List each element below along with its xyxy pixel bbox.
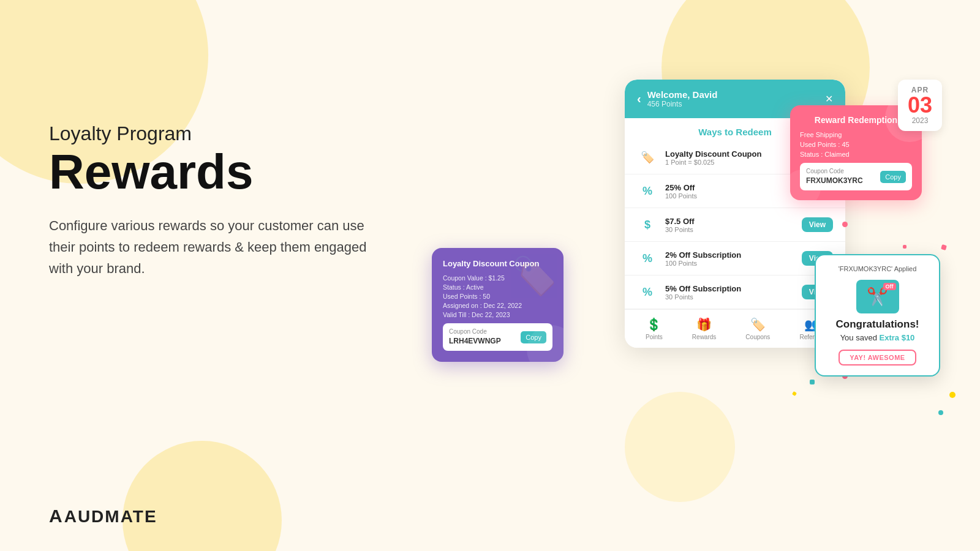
confetti-8 [903, 245, 907, 249]
coupon-inner-label: Coupon Code [449, 328, 501, 335]
description: Configure various rewards so your custom… [49, 215, 392, 280]
reward-sub-2: 100 Points [665, 192, 794, 200]
nav-coupons[interactable]: 🏷️ Coupons [745, 317, 770, 340]
bg-decoration-4 [625, 392, 735, 502]
copy-coupon-button[interactable]: Copy [880, 171, 906, 183]
confetti-4 [810, 380, 815, 384]
widget-nav: 💲 Points 🎁 Rewards 🏷️ Coupons 👥 Referral… [625, 309, 845, 348]
reward-info-2: 25% Off 100 Points [665, 183, 794, 200]
coupon-detail-5: Valid Till : Dec 22, 2023 [443, 311, 552, 318]
reward-icon-2: % [637, 181, 658, 201]
reward-sub-3: 30 Points [665, 226, 794, 233]
reward-sub-5: 30 Points [665, 293, 794, 301]
header-info: Welcome, David 456 Points [647, 89, 718, 108]
welcome-text: Welcome, David [647, 89, 718, 100]
coupon-inner-value: LRH4EVWNGP [449, 337, 501, 345]
left-section: Loyalty Program Rewards Configure variou… [49, 122, 417, 280]
coupon-graphic: ✂️ Off [856, 280, 899, 313]
close-button[interactable]: ✕ [825, 93, 833, 105]
confetti-7 [938, 410, 943, 415]
main-title: Rewards [49, 148, 417, 197]
reward-icon-1: 🏷️ [637, 147, 658, 168]
confetti-2 [941, 244, 947, 250]
reward-item-3: $ $7.5 Off 30 Points View [625, 208, 845, 242]
date-year: 2023 [908, 116, 932, 125]
reward-info-1: Loyalty Discount Coupon 1 Point = $0.025 [665, 149, 794, 166]
reward-name-3: $7.5 Off [665, 217, 794, 226]
points-nav-icon: 💲 [646, 317, 662, 332]
reward-sub-4: 100 Points [665, 260, 794, 267]
date-badge: APR 03 2023 [898, 80, 942, 131]
reward-icon-3: $ [637, 214, 658, 235]
confetti-6 [792, 391, 797, 396]
nav-points[interactable]: 💲 Points [646, 317, 663, 340]
congrats-title: Congratulations! [826, 318, 929, 331]
reward-icon-5: % [637, 282, 658, 302]
logo-text: AAUDMATE [49, 507, 157, 526]
coupon-code-label: Coupon Code [806, 168, 863, 174]
coupon-code-inner: Coupon Code LRH4EVWNGP [449, 328, 501, 346]
nav-rewards[interactable]: 🎁 Rewards [692, 317, 716, 340]
reward-info-5: 5% Off Subscription 30 Points [665, 284, 794, 301]
reward-item-5: % 5% Off Subscription 30 Points View [625, 276, 845, 309]
reward-name-2: 25% Off [665, 183, 794, 192]
points-display: 456 Points [647, 100, 718, 108]
logo: AAUDMATE [49, 506, 157, 527]
reward-name-1: Loyalty Discount Coupon [665, 149, 794, 159]
coupon-card: 🏷️ Loyalty Discount Coupon Coupon Value … [432, 248, 564, 362]
reward-name-4: 2% Off Subscription [665, 250, 794, 260]
coupon-deco: 🏷️ [511, 254, 557, 298]
reward-icon-4: % [637, 248, 658, 269]
redemption-detail-2: Used Points : 45 [800, 141, 912, 148]
widget-header-left: ‹ Welcome, David 456 Points [637, 89, 717, 108]
date-day: 03 [908, 94, 932, 116]
bg-decoration-3 [123, 441, 282, 551]
confetti-3 [949, 392, 956, 398]
applied-label: 'FRXUMOK3YRC' Applied [826, 265, 929, 272]
coupon-detail-4: Assigned on : Dec 22, 2022 [443, 302, 552, 309]
reward-sub-1: 1 Point = $0.025 [665, 159, 794, 166]
reward-name-5: 5% Off Subscription [665, 284, 794, 293]
reward-info-3: $7.5 Off 30 Points [665, 217, 794, 233]
rewards-nav-icon: 🎁 [696, 317, 712, 332]
points-nav-label: Points [646, 334, 663, 340]
reward-info-4: 2% Off Subscription 100 Points [665, 250, 794, 267]
dot-1 [842, 222, 848, 227]
back-button[interactable]: ‹ [637, 92, 641, 106]
off-badge: Off [883, 283, 896, 290]
saved-amount: Extra $10 [880, 333, 915, 342]
coupon-graphic-inner: ✂️ Off [856, 280, 899, 313]
redemption-detail-3: Status : Claimed [800, 151, 912, 158]
yay-button[interactable]: YAY! AWESOME [839, 350, 916, 365]
coupons-nav-label: Coupons [745, 334, 770, 340]
saved-text: You saved Extra $10 [826, 333, 929, 342]
rewards-nav-label: Rewards [692, 334, 716, 340]
coupons-nav-icon: 🏷️ [750, 317, 766, 332]
view-button-3[interactable]: View [802, 217, 833, 232]
subtitle: Loyalty Program [49, 122, 417, 145]
congrats-card: 'FRXUMOK3YRC' Applied ✂️ Off Congratulat… [815, 254, 940, 377]
reward-item-4: % 2% Off Subscription 100 Points View [625, 242, 845, 276]
